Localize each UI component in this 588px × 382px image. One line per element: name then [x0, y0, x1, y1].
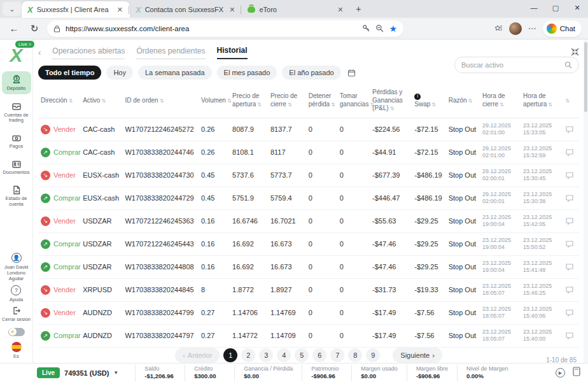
address-bar[interactable]: https://www.suxxessfx.com/client-area ★	[47, 20, 403, 37]
scrollbar[interactable]	[584, 39, 588, 363]
direction-label: Vender	[53, 217, 76, 225]
window-controls: — ▢ ✕	[523, 0, 588, 15]
tab-close-icon[interactable]: ✕	[335, 6, 345, 14]
col-precio-apertura[interactable]: Precio de apertura⇅	[230, 85, 268, 118]
account-selector[interactable]: Live 749351 (USD) ▼	[37, 367, 118, 378]
comment-bubble-icon[interactable]	[564, 286, 577, 294]
theme-toggle[interactable]	[8, 328, 25, 336]
col-detener-perdida[interactable]: Detener pérdida⇅	[306, 85, 337, 118]
table-row[interactable]: ↗Comprar EUSX-cash W1703833820244729 0.4…	[38, 187, 579, 209]
refresh-button[interactable]: ↻	[27, 21, 42, 36]
comment-bubble-icon[interactable]	[564, 263, 577, 271]
table-row[interactable]: ↘Vender XRPUSD W1703833820244845 8 1.877…	[38, 278, 579, 301]
scrollbar-thumb[interactable]	[584, 42, 587, 112]
tab-close-icon[interactable]: ✕	[227, 6, 237, 14]
minimize-button[interactable]: —	[523, 0, 545, 15]
back-chevron-icon[interactable]: ‹	[38, 48, 41, 57]
calendar-icon[interactable]	[347, 69, 356, 77]
open-time-cell: 23.12.202515:42:05	[521, 209, 561, 232]
col-pnl[interactable]: Pérdidas y Ganancias (P&L)⇅	[370, 85, 412, 118]
comment-bubble-icon[interactable]	[564, 125, 577, 134]
pagination-page-9[interactable]: 9	[366, 348, 380, 362]
comment-bubble-icon[interactable]	[564, 148, 577, 157]
comment-bubble-icon[interactable]	[564, 240, 577, 248]
sidebar-item-cuentas-trading[interactable]: Cuentas de trading	[2, 99, 31, 126]
suxxessfx-logo[interactable]: X	[10, 46, 22, 65]
filter-ano-pasado[interactable]: El año pasado	[282, 66, 340, 80]
browser-tab-active[interactable]: X Suxxessfx | Client Area ✕	[22, 1, 130, 18]
pagination-prev-button[interactable]: ‹Anterior	[175, 348, 220, 363]
comment-bubble-icon[interactable]	[564, 309, 577, 317]
tab-operaciones-abiertas[interactable]: Operaciones abiertas	[52, 46, 125, 59]
close-window-button[interactable]: ✕	[566, 0, 588, 15]
tab-ordenes-pendientes[interactable]: Órdenes pendientes	[136, 46, 205, 59]
comment-bubble-icon[interactable]	[564, 194, 577, 202]
tab-close-icon[interactable]: ✕	[115, 6, 125, 14]
filter-mes-pasado[interactable]: El mes pasado	[217, 66, 277, 80]
pagination-page-3[interactable]: 3	[259, 348, 273, 362]
col-razon[interactable]: Razón⇅	[446, 85, 480, 118]
comment-bubble-icon[interactable]	[564, 217, 577, 225]
tab-list-button[interactable]: ⌄	[3, 2, 22, 16]
table-row[interactable]: ↘Vender USDZAR W1707212246245363 0.16 16…	[38, 209, 579, 232]
pagination-page-5[interactable]: 5	[295, 348, 309, 362]
col-id-orden[interactable]: ID de orden⇅	[122, 85, 199, 118]
restore-button[interactable]: ▢	[545, 0, 566, 15]
col-hora-apertura[interactable]: Hora de apertura⇅	[521, 85, 561, 118]
browser-tab-etoro[interactable]: eToro ✕	[242, 1, 350, 18]
collections-icon[interactable]	[494, 24, 503, 32]
table-row[interactable]: ↗Comprar USDZAR W1703833820244808 0.16 1…	[38, 255, 579, 278]
copilot-chat-button[interactable]: Chat	[543, 20, 582, 37]
password-key-icon[interactable]	[362, 24, 370, 32]
swap-info-icon[interactable]: i	[414, 94, 421, 100]
browser-tab-contacta[interactable]: X Contacta con SuxxessFX ✕	[130, 1, 242, 18]
table-row[interactable]: ↘Vender CAC-cash W1707212246245272 0.26 …	[38, 118, 579, 141]
col-activo[interactable]: Activo⇅	[80, 85, 122, 118]
search-asset-box[interactable]	[454, 57, 579, 73]
table-row[interactable]: ↗Comprar AUDNZD W1703833820244797 0.27 1…	[38, 324, 579, 347]
col-precio-cierre[interactable]: Precio de cierre⇅	[268, 85, 306, 118]
col-swap[interactable]: iSwap⇅	[412, 85, 445, 118]
pagination-page-4[interactable]: 4	[277, 348, 291, 362]
sidebar-item-documentos[interactable]: Documentos	[2, 157, 31, 178]
play-circle-icon[interactable]: ▶	[556, 368, 565, 378]
comment-bubble-icon[interactable]	[564, 332, 577, 340]
col-hora-cierre[interactable]: Hora de cierre⇅	[480, 85, 521, 118]
sidebar-item-estado-cuenta[interactable]: Estado de cuenta	[2, 182, 31, 209]
table-row[interactable]: ↗Comprar USDZAR W1707212246245443 0.16 1…	[38, 232, 579, 255]
filter-hoy[interactable]: Hoy	[106, 66, 133, 80]
calculator-icon[interactable]	[573, 367, 580, 379]
filter-semana-pasada[interactable]: La semana pasada	[138, 66, 212, 80]
col-volumen[interactable]: Volumen⇅	[199, 85, 230, 118]
live-mode-badge[interactable]: Live >	[15, 41, 34, 48]
more-menu-icon[interactable]: ⋯	[528, 24, 536, 33]
language-selector[interactable]: Es	[11, 340, 22, 359]
pagination-page-7[interactable]: 7	[330, 348, 344, 362]
sidebar-logout[interactable]: Cerrar sesión	[2, 306, 31, 322]
browser-profile-avatar[interactable]	[509, 22, 522, 35]
pagination-page-1[interactable]: 1	[223, 348, 237, 362]
filter-todo-el-tiempo[interactable]: Todo el tiempo	[38, 66, 101, 80]
sidebar-item-pagos[interactable]: Pagos	[2, 131, 31, 152]
sidebar-help[interactable]: ? Ayuda	[10, 285, 23, 302]
back-button[interactable]: ←	[6, 21, 22, 36]
table-row[interactable]: ↗Comprar CAC-cash W1703833820244746 0.26…	[38, 141, 579, 164]
tab-historial[interactable]: Historial	[217, 46, 248, 59]
sidebar-user[interactable]: 👤 Juan David Londono Aguilar	[0, 253, 32, 281]
pagination-next-button[interactable]: Siguiente›	[393, 348, 442, 363]
col-direccion[interactable]: Dirección⇅	[38, 85, 80, 118]
comment-bubble-icon[interactable]	[564, 171, 577, 180]
pagination-page-8[interactable]: 8	[348, 348, 362, 362]
new-tab-button[interactable]: +	[350, 1, 367, 17]
zoom-page-icon[interactable]	[375, 24, 384, 32]
pagination-page-6[interactable]: 6	[312, 348, 326, 362]
browser-tabstrip: ⌄ X Suxxessfx | Client Area ✕ X Contacta…	[0, 0, 588, 18]
direction-label: Vender	[53, 125, 76, 133]
table-row[interactable]: ↘Vender EUSX-cash W1703833820244730 0.45…	[38, 164, 579, 187]
sidebar-item-deposito[interactable]: $ Depósito	[2, 71, 31, 94]
col-tomar-ganancias[interactable]: Tomar ganancias⇅	[337, 85, 370, 118]
pagination-page-2[interactable]: 2	[241, 348, 255, 362]
bookmark-star-icon[interactable]: ★	[389, 24, 397, 34]
search-input[interactable]	[461, 61, 561, 69]
table-row[interactable]: ↘Vender AUDNZD W1703833820244799 0.27 1.…	[38, 301, 579, 324]
